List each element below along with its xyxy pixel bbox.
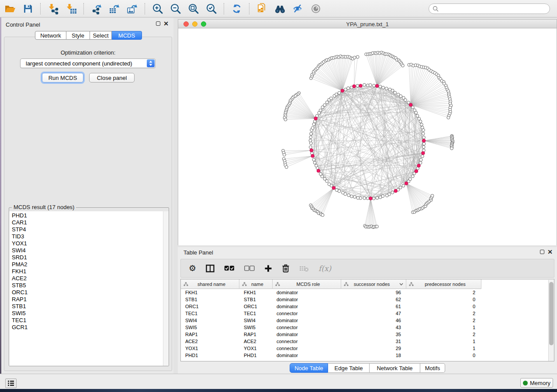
- zoom-fit-button[interactable]: [184, 2, 202, 16]
- network-window-titlebar[interactable]: YPA_prune.txt_1: [178, 20, 557, 28]
- task-history-button[interactable]: [5, 378, 17, 388]
- table-cell: 29: [341, 345, 406, 352]
- tab-motifs[interactable]: Motifs: [420, 363, 445, 373]
- function-builder-button[interactable]: f(x): [318, 264, 331, 273]
- mcds-result-list[interactable]: PHD1CAR1STP4TID3YOX1SWI4SRD1PMA2FKH1ACE2…: [9, 211, 169, 366]
- run-mcds-button[interactable]: Run MCDS: [42, 73, 83, 83]
- mcds-result-item[interactable]: TID3: [12, 233, 169, 240]
- mcds-result-item[interactable]: ACE2: [12, 275, 169, 282]
- table-row[interactable]: RAP1RAP1dominator352: [181, 331, 554, 338]
- list-icon: [7, 380, 14, 386]
- column-header-shared-name[interactable]: shared name: [181, 279, 239, 289]
- column-header-MCDS-role[interactable]: MCDS role: [273, 279, 341, 289]
- delete-row-button[interactable]: [282, 264, 290, 273]
- binoculars-icon: [274, 3, 286, 14]
- status-bar: Memory: [0, 374, 557, 389]
- table-row[interactable]: PHD1PHD1dominator180: [181, 352, 554, 359]
- mcds-result-item[interactable]: SWI4: [12, 247, 169, 254]
- mcds-result-item[interactable]: SWI5: [12, 310, 169, 317]
- table-cell: YOX1: [239, 345, 273, 352]
- tab-network-table[interactable]: Network Table: [370, 363, 420, 373]
- mcds-result-item[interactable]: PHD1: [12, 212, 169, 219]
- hide-selected-button[interactable]: [289, 2, 307, 16]
- float-panel-icon[interactable]: [540, 250, 544, 254]
- mcds-result-item[interactable]: YOX1: [12, 240, 169, 247]
- tab-mcds[interactable]: MCDS: [112, 31, 142, 40]
- table-cell: 0: [406, 352, 481, 359]
- table-cell: ORC1: [239, 303, 273, 310]
- mcds-result-item[interactable]: STP4: [12, 226, 169, 233]
- float-panel-icon[interactable]: [156, 21, 160, 26]
- table-cell: STB1: [239, 296, 273, 303]
- table-cell: 47: [341, 310, 406, 317]
- close-panel-icon[interactable]: ✕: [547, 250, 553, 254]
- close-panel-icon[interactable]: ✕: [163, 21, 169, 26]
- table-row[interactable]: ACE2ACE2connector311: [181, 338, 554, 345]
- table-row[interactable]: YOX1YOX1connector291: [181, 345, 554, 352]
- table-row[interactable]: ORC1ORC1dominator610: [181, 303, 554, 310]
- control-panel-tabs: NetworkStyleSelectMCDS: [35, 31, 142, 40]
- table-scrollbar-thumb[interactable]: [549, 282, 554, 345]
- mcds-result-item[interactable]: ORC1: [12, 289, 169, 296]
- table-cell: 1: [406, 345, 481, 352]
- tab-edge-table[interactable]: Edge Table: [328, 363, 370, 373]
- export-network-button[interactable]: [87, 2, 105, 16]
- import-network-button[interactable]: [44, 2, 62, 16]
- export-table-icon: [109, 3, 120, 14]
- open-file-button[interactable]: [1, 2, 19, 16]
- export-image-icon: [127, 3, 138, 14]
- export-table-button[interactable]: [105, 2, 123, 16]
- mcds-result-item[interactable]: STB5: [12, 282, 169, 289]
- memory-button[interactable]: Memory: [520, 378, 553, 388]
- tab-style[interactable]: Style: [66, 31, 90, 40]
- unselect-all-button[interactable]: [244, 265, 255, 271]
- table-cell: dominator: [273, 289, 341, 296]
- tab-network[interactable]: Network: [35, 31, 66, 40]
- column-header-successor-nodes[interactable]: successor nodes: [341, 279, 406, 289]
- close-panel-button[interactable]: Close panel: [89, 73, 135, 83]
- mcds-result-scrollbar[interactable]: [163, 211, 169, 366]
- table-row[interactable]: FKH1FKH1dominator962: [181, 289, 554, 296]
- table-settings-button[interactable]: ⚙: [189, 263, 196, 273]
- mcds-result-title: MCDS result (17 nodes): [12, 204, 76, 210]
- table-row[interactable]: SWI4SWI4dominator462: [181, 317, 554, 324]
- add-column-button[interactable]: [264, 265, 272, 272]
- table-row[interactable]: STB1STB1dominator620: [181, 296, 554, 303]
- refresh-button[interactable]: [228, 2, 246, 16]
- mcds-result-item[interactable]: PMA2: [12, 261, 169, 268]
- table-row[interactable]: TEC1TEC1connector472: [181, 310, 554, 317]
- table-cell: connector: [273, 324, 341, 331]
- network-canvas[interactable]: [178, 29, 557, 245]
- network-from-document-button[interactable]: [253, 2, 271, 16]
- select-all-button[interactable]: [224, 265, 235, 271]
- attribute-icon: [242, 282, 247, 286]
- mcds-result-item[interactable]: TEC1: [12, 317, 169, 324]
- mcds-result-item[interactable]: GCR1: [12, 324, 169, 331]
- column-header-name[interactable]: name: [239, 279, 273, 289]
- delete-column-button[interactable]: [299, 265, 309, 272]
- tab-node-table[interactable]: Node Table: [290, 363, 328, 373]
- save-button[interactable]: [19, 2, 37, 16]
- mcds-result-item[interactable]: CAR1: [12, 219, 169, 226]
- mcds-result-item[interactable]: SRD1: [12, 254, 169, 261]
- import-table-button[interactable]: [62, 2, 80, 16]
- zoom-selected-button[interactable]: [202, 2, 220, 16]
- show-column-button[interactable]: [206, 265, 214, 272]
- show-all-button[interactable]: [307, 2, 325, 16]
- table-cell: SWI5: [239, 324, 273, 331]
- network-window-title: YPA_prune.txt_1: [178, 21, 557, 28]
- zoom-out-button[interactable]: [166, 2, 184, 16]
- table-scrollbar[interactable]: [548, 280, 554, 361]
- mcds-result-item[interactable]: FKH1: [12, 268, 169, 275]
- zoom-in-button[interactable]: [149, 2, 166, 16]
- column-header-predecessor-nodes[interactable]: predecessor nodes: [406, 279, 481, 289]
- mcds-result-item[interactable]: RAP1: [12, 296, 169, 303]
- tab-select[interactable]: Select: [90, 31, 112, 40]
- optimization-criterion-select[interactable]: largest connected component (undirected): [20, 58, 156, 68]
- mcds-result-item[interactable]: STB1: [12, 303, 169, 310]
- column-label: name: [247, 282, 272, 287]
- table-row[interactable]: SWI5SWI5connector431: [181, 324, 554, 331]
- search-input[interactable]: [429, 3, 550, 14]
- search-network-button[interactable]: [271, 2, 289, 16]
- export-image-button[interactable]: [123, 2, 141, 16]
